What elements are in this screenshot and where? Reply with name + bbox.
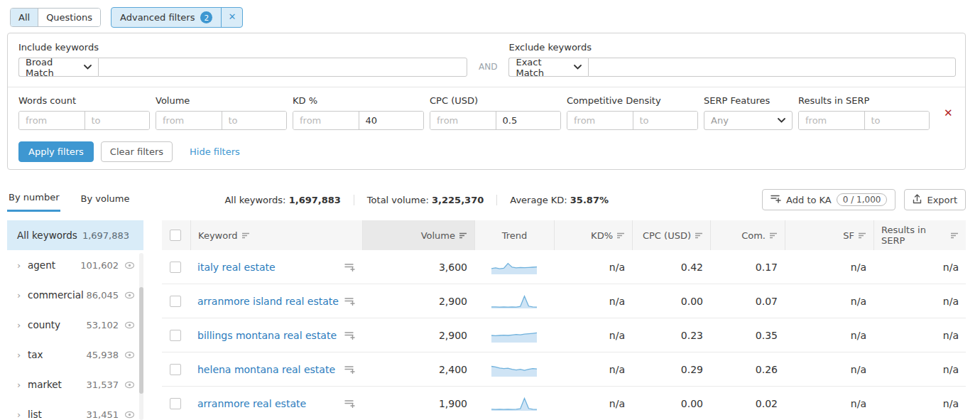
sidebar-group-item[interactable]: › list 31,451: [7, 399, 143, 420]
sort-icon[interactable]: [951, 232, 959, 239]
tab-by-number[interactable]: By number: [7, 188, 60, 212]
chevron-right-icon[interactable]: ›: [17, 290, 28, 301]
tab-advanced-filters[interactable]: Advanced filters 2: [111, 8, 221, 27]
summary-stats: All keywords: 1,697,883 Total volume: 3,…: [212, 195, 621, 205]
sidebar-group-item[interactable]: › market 31,537: [7, 370, 143, 399]
row-checkbox[interactable]: [170, 330, 181, 341]
eye-icon[interactable]: [124, 351, 135, 359]
add-to-list-icon[interactable]: [344, 262, 355, 271]
sidebar-group-item[interactable]: › commercial 86,045: [7, 280, 143, 310]
sort-icon[interactable]: [617, 232, 625, 239]
close-advanced-filters-icon[interactable]: ✕: [221, 8, 242, 27]
header-kd[interactable]: KD%: [554, 220, 632, 250]
sidebar-group-item[interactable]: › tax 45,938: [7, 340, 143, 370]
results-in-serp-to-input[interactable]: [864, 112, 930, 129]
keyword-groups-sidebar: All keywords 1,697,883 › agent 101,602 ›…: [7, 220, 143, 420]
header-results-label: Results in SERP: [881, 225, 947, 246]
add-to-list-icon[interactable]: [344, 296, 355, 306]
sort-icon[interactable]: [770, 232, 778, 239]
add-to-list-icon[interactable]: [344, 399, 355, 408]
trend-cell: [474, 328, 554, 343]
serp-features-select[interactable]: Any: [704, 111, 793, 130]
apply-filters-button[interactable]: Apply filters: [18, 141, 94, 162]
results-in-serp-from-input[interactable]: [799, 112, 864, 129]
add-to-ka-label: Add to KA: [786, 195, 832, 205]
chevron-right-icon[interactable]: ›: [17, 320, 28, 330]
kd-label: KD %: [293, 95, 424, 106]
exclude-match-select[interactable]: Exact Match: [508, 58, 588, 77]
include-keywords-input[interactable]: [98, 58, 467, 77]
serp-features-label: SERP Features: [704, 95, 793, 106]
add-to-list-icon[interactable]: [344, 330, 355, 340]
eye-icon[interactable]: [124, 411, 135, 419]
chevron-right-icon[interactable]: ›: [17, 379, 28, 390]
keyword-link[interactable]: arranmore island real estate: [197, 296, 339, 307]
header-volume[interactable]: Volume: [362, 220, 474, 250]
competitive-density-from-input[interactable]: [567, 112, 633, 129]
exclude-keywords-input[interactable]: [588, 58, 956, 77]
row-checkbox[interactable]: [170, 296, 181, 307]
eye-icon[interactable]: [124, 262, 135, 269]
header-cpc[interactable]: CPC (USD): [632, 220, 710, 250]
include-match-select[interactable]: Broad Match: [18, 58, 98, 77]
add-to-list-icon[interactable]: [344, 365, 355, 374]
kd-to-input[interactable]: [359, 112, 424, 129]
keyword-cell: arranmore island real estate: [190, 296, 362, 307]
remove-filters-icon[interactable]: ✕: [944, 107, 953, 119]
sidebar-group-item[interactable]: › agent 101,602: [7, 250, 143, 280]
tab-all[interactable]: All: [11, 9, 38, 26]
keyword-link[interactable]: arranmore real estate: [197, 398, 306, 409]
eye-icon[interactable]: [124, 291, 135, 299]
words-count-from-input[interactable]: [19, 112, 85, 129]
volume-to-input[interactable]: [222, 112, 287, 129]
sidebar-group-item[interactable]: › county 53,102: [7, 310, 143, 340]
sort-icon[interactable]: [859, 232, 866, 239]
words-count-label: Words count: [18, 95, 150, 106]
cpc-from-input[interactable]: [430, 112, 496, 129]
group-label: commercial: [28, 289, 84, 301]
competitive-density-to-input[interactable]: [633, 112, 698, 129]
row-checkbox[interactable]: [170, 262, 181, 273]
trend-cell: [474, 397, 554, 411]
kd-from-input[interactable]: [293, 112, 359, 129]
keyword-link[interactable]: italy real estate: [197, 262, 276, 273]
sf-cell: n/a: [785, 364, 873, 375]
export-button[interactable]: Export: [904, 189, 966, 210]
sort-icon[interactable]: [459, 232, 467, 239]
row-checkbox[interactable]: [170, 364, 181, 375]
chevron-right-icon[interactable]: ›: [17, 260, 28, 271]
add-to-ka-button[interactable]: Add to KA 0 / 1,000: [762, 189, 895, 210]
sidebar-item-all-keywords[interactable]: All keywords 1,697,883: [7, 220, 143, 250]
select-all-checkbox[interactable]: [170, 230, 181, 241]
row-checkbox[interactable]: [170, 398, 181, 409]
header-com[interactable]: Com.: [710, 220, 785, 250]
results-in-serp-cell: n/a: [873, 262, 966, 273]
cpc-to-input[interactable]: [496, 112, 561, 129]
header-results-in-serp[interactable]: Results in SERP: [873, 220, 966, 250]
eye-icon[interactable]: [124, 381, 135, 389]
chevron-right-icon[interactable]: ›: [17, 350, 28, 360]
clear-filters-button[interactable]: Clear filters: [101, 141, 173, 162]
sidebar-scrollbar-thumb[interactable]: [139, 287, 143, 394]
header-keyword[interactable]: Keyword: [190, 220, 362, 250]
group-count: 53,102: [87, 320, 119, 330]
table-header: Keyword Volume Trend KD% CPC (USD) Com. …: [162, 220, 966, 250]
volume-from-input[interactable]: [156, 112, 222, 129]
table-body: italy real estate 3,600 n/a 0.42 0.17 n/…: [162, 250, 966, 420]
tab-questions[interactable]: Questions: [38, 9, 100, 26]
trend-cell: [474, 260, 554, 274]
tab-by-volume[interactable]: By volume: [79, 189, 131, 211]
header-sf[interactable]: SF: [785, 220, 873, 250]
volume-cell: 1,900: [362, 398, 474, 409]
sort-icon[interactable]: [242, 232, 250, 239]
words-count-to-input[interactable]: [85, 112, 150, 129]
eye-icon[interactable]: [124, 321, 135, 329]
keyword-link[interactable]: billings montana real estate: [197, 330, 337, 341]
chevron-right-icon[interactable]: ›: [17, 409, 28, 420]
group-count: 101,602: [80, 260, 119, 271]
sidebar-scrollbar-track[interactable]: [139, 253, 143, 420]
row-checkbox-cell: [162, 398, 190, 409]
keyword-link[interactable]: helena montana real estate: [197, 364, 335, 375]
sort-icon[interactable]: [695, 232, 703, 239]
hide-filters-link[interactable]: Hide filters: [190, 146, 240, 157]
